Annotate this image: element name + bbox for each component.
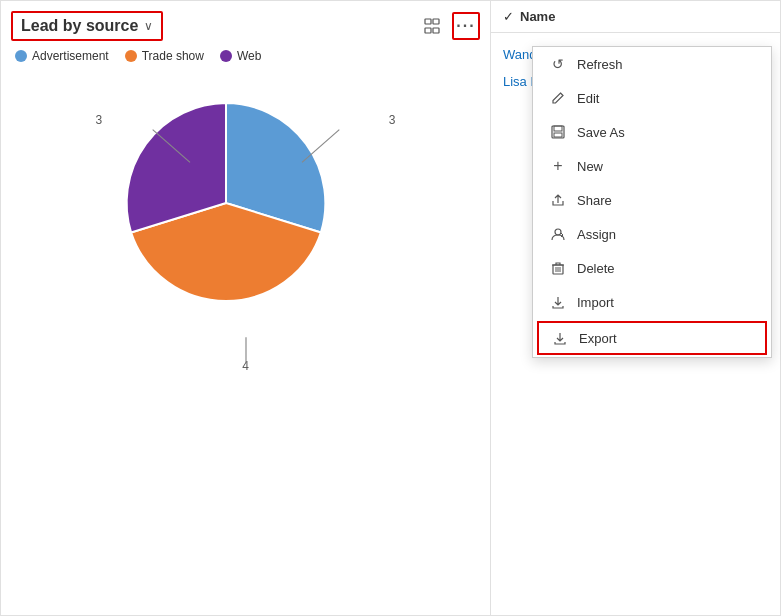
more-options-button[interactable]: ··· — [452, 12, 480, 40]
pie-chart-svg — [106, 83, 346, 323]
menu-item-delete[interactable]: Delete — [533, 251, 771, 285]
menu-label-refresh: Refresh — [577, 57, 623, 72]
right-panel-header: ✓ Name — [491, 1, 780, 33]
svg-rect-8 — [554, 126, 562, 131]
menu-item-refresh[interactable]: ↺ Refresh — [533, 47, 771, 81]
menu-label-delete: Delete — [577, 261, 615, 276]
legend-dot-web — [220, 50, 232, 62]
menu-item-share[interactable]: Share — [533, 183, 771, 217]
chart-panel: Lead by source ∨ ··· — [1, 1, 491, 615]
chart-title: Lead by source — [21, 17, 138, 35]
svg-rect-9 — [554, 133, 562, 137]
new-icon: + — [549, 157, 567, 175]
pie-label-advertisement: 3 — [389, 113, 396, 127]
delete-icon — [549, 259, 567, 277]
menu-label-new: New — [577, 159, 603, 174]
menu-item-import[interactable]: Import — [533, 285, 771, 319]
legend-dot-tradeshow — [125, 50, 137, 62]
legend-item-web: Web — [220, 49, 261, 63]
menu-label-share: Share — [577, 193, 612, 208]
legend-label-advertisement: Advertisement — [32, 49, 109, 63]
chart-legend: Advertisement Trade show Web — [11, 49, 480, 63]
pie-chart-container: 3 3 4 — [106, 83, 386, 363]
svg-rect-1 — [433, 19, 439, 24]
dropdown-menu: ↺ Refresh Edit Save As + New — [532, 46, 772, 358]
menu-item-export[interactable]: Export — [537, 321, 767, 355]
export-icon — [551, 329, 569, 347]
checkmark-icon: ✓ — [503, 9, 514, 24]
svg-rect-3 — [433, 28, 439, 33]
menu-item-save-as[interactable]: Save As — [533, 115, 771, 149]
menu-item-edit[interactable]: Edit — [533, 81, 771, 115]
menu-label-import: Import — [577, 295, 614, 310]
share-icon — [549, 191, 567, 209]
svg-rect-0 — [425, 19, 431, 24]
chart-header: Lead by source ∨ ··· — [11, 11, 480, 41]
legend-item-advertisement: Advertisement — [15, 49, 109, 63]
svg-point-10 — [555, 229, 561, 235]
legend-item-tradeshow: Trade show — [125, 49, 204, 63]
expand-icon[interactable] — [418, 12, 446, 40]
pie-label-web: 3 — [96, 113, 103, 127]
menu-label-export: Export — [579, 331, 617, 346]
legend-label-tradeshow: Trade show — [142, 49, 204, 63]
chart-header-actions: ··· — [418, 12, 480, 40]
column-name-header: Name — [520, 9, 555, 24]
menu-item-new[interactable]: + New — [533, 149, 771, 183]
main-container: Lead by source ∨ ··· — [0, 0, 781, 616]
save-as-icon — [549, 123, 567, 141]
svg-rect-2 — [425, 28, 431, 33]
legend-label-web: Web — [237, 49, 261, 63]
chart-title-wrapper: Lead by source ∨ — [11, 11, 163, 41]
import-icon — [549, 293, 567, 311]
refresh-icon: ↺ — [549, 55, 567, 73]
menu-item-assign[interactable]: Assign — [533, 217, 771, 251]
legend-dot-advertisement — [15, 50, 27, 62]
menu-label-edit: Edit — [577, 91, 599, 106]
assign-icon — [549, 225, 567, 243]
edit-icon — [549, 89, 567, 107]
menu-label-save-as: Save As — [577, 125, 625, 140]
pie-label-tradeshow: 4 — [242, 359, 249, 373]
chevron-down-icon: ∨ — [144, 19, 153, 33]
menu-label-assign: Assign — [577, 227, 616, 242]
